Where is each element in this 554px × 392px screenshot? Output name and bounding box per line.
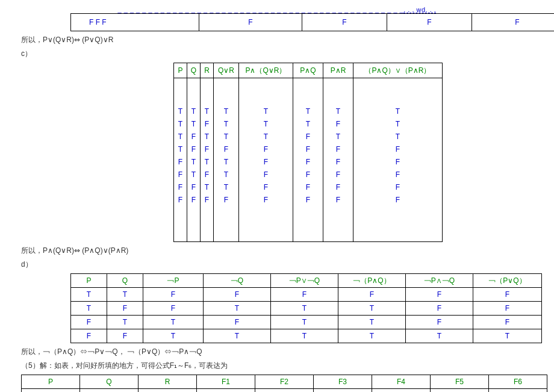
- cell: F: [473, 316, 542, 329]
- conclusion-2: 所以，P∧(Q∨R)⇔ (P∧Q)∨(P∧R): [21, 246, 554, 256]
- cell: T: [174, 105, 187, 117]
- cell: T: [143, 329, 204, 343]
- frag-cell: F: [387, 14, 472, 31]
- th: （P∧Q）∨（P∧R）: [353, 63, 443, 78]
- cell: T: [71, 288, 107, 302]
- cell: T: [338, 302, 406, 316]
- th: ￢P∧￢Q: [406, 274, 473, 288]
- cell: T: [71, 302, 107, 316]
- cell: T: [293, 117, 323, 130]
- cell: F: [201, 193, 214, 206]
- cell: F: [71, 316, 107, 329]
- th: Q: [80, 375, 138, 389]
- cell: F: [293, 155, 323, 168]
- th: P∧R: [323, 63, 353, 78]
- cell: T: [107, 288, 143, 302]
- th: F3: [314, 375, 372, 389]
- cell: F: [293, 181, 323, 193]
- th: P∧Q: [293, 63, 323, 78]
- th: ￢P: [143, 274, 204, 288]
- th: R: [138, 375, 197, 389]
- frag-cell: F F F: [71, 14, 199, 31]
- cell: F: [406, 288, 473, 302]
- cell: F: [353, 181, 443, 193]
- th: ￢（P∧Q）: [338, 274, 406, 288]
- cell: T: [214, 105, 239, 117]
- cell: T: [239, 130, 293, 143]
- th: ￢（P∨Q）: [473, 274, 542, 288]
- cell: T: [214, 155, 239, 168]
- cell: T: [22, 389, 80, 393]
- cell: T: [107, 316, 143, 329]
- cell: F: [187, 143, 201, 155]
- cell: F: [239, 143, 293, 155]
- cell: F: [323, 168, 353, 181]
- cell: T: [406, 329, 473, 343]
- cell: F: [174, 155, 187, 168]
- cell: T: [239, 117, 293, 130]
- cell: T: [314, 389, 372, 393]
- truth-table-c: P Q R Q∨R P∧（Q∨R） P∧Q P∧R （P∧Q）∨（P∧R） TT…: [173, 63, 443, 242]
- conclusion-1: 所以，P∨(Q∨R)⇔ (P∨Q)∨R: [21, 35, 554, 45]
- cell: F: [338, 288, 406, 302]
- cell: F: [293, 193, 323, 206]
- th: R: [201, 63, 214, 78]
- cell: T: [214, 168, 239, 181]
- cell: T: [473, 329, 542, 343]
- cell: F: [143, 288, 204, 302]
- cell: T: [204, 329, 271, 343]
- cell: F: [353, 143, 443, 155]
- cell: F: [323, 117, 353, 130]
- cell: F: [201, 168, 214, 181]
- cell: T: [353, 105, 443, 117]
- cell: T: [201, 181, 214, 193]
- cell: F: [255, 389, 314, 393]
- th: ￢Q: [204, 274, 271, 288]
- cell: F: [293, 130, 323, 143]
- frag-cell: F: [472, 14, 555, 31]
- cell: F: [473, 288, 542, 302]
- cell: F: [406, 316, 473, 329]
- cell: F: [187, 130, 201, 143]
- dashes: _ _ _ _ _ _ _ _ _ _ _ _ _ _ _ _ _ _ _ _ …: [118, 6, 404, 13]
- cell: T: [214, 181, 239, 193]
- cell: T: [201, 155, 214, 168]
- cell: T: [239, 105, 293, 117]
- cell: F: [174, 181, 187, 193]
- th: P: [22, 375, 80, 389]
- cell: F: [204, 288, 271, 302]
- th: F5: [431, 375, 489, 389]
- th: F6: [489, 375, 547, 389]
- cell: T: [353, 117, 443, 130]
- cell: T: [204, 302, 271, 316]
- cell: F: [143, 302, 204, 316]
- cell: T: [353, 130, 443, 143]
- cell: T: [174, 130, 187, 143]
- label-d: d）: [21, 260, 554, 270]
- cell: T: [323, 130, 353, 143]
- cell: F: [174, 193, 187, 206]
- cell: T: [143, 316, 204, 329]
- cell: F: [201, 117, 214, 130]
- frag-cell: F: [199, 14, 302, 31]
- cell: T: [271, 302, 338, 316]
- cell: F: [239, 193, 293, 206]
- wd-link[interactable]: . . . wd. . .: [403, 6, 436, 13]
- th: F2: [255, 375, 314, 389]
- cell: F: [323, 193, 353, 206]
- th: F1: [197, 375, 255, 389]
- cell: T: [80, 389, 138, 393]
- cell: T: [338, 316, 406, 329]
- cell: F: [187, 193, 201, 206]
- header-link-line: _ _ _ _ _ _ _ _ _ _ _ _ _ _ _ _ _ _ _ _ …: [0, 6, 554, 13]
- th: F4: [372, 375, 431, 389]
- cell: T: [214, 130, 239, 143]
- cell: T: [271, 329, 338, 343]
- th: P: [71, 274, 107, 288]
- th: Q: [187, 63, 201, 78]
- cell: T: [372, 389, 431, 393]
- cell: F: [271, 288, 338, 302]
- cell: F: [293, 168, 323, 181]
- cell: F: [107, 329, 143, 343]
- cell: T: [187, 117, 201, 130]
